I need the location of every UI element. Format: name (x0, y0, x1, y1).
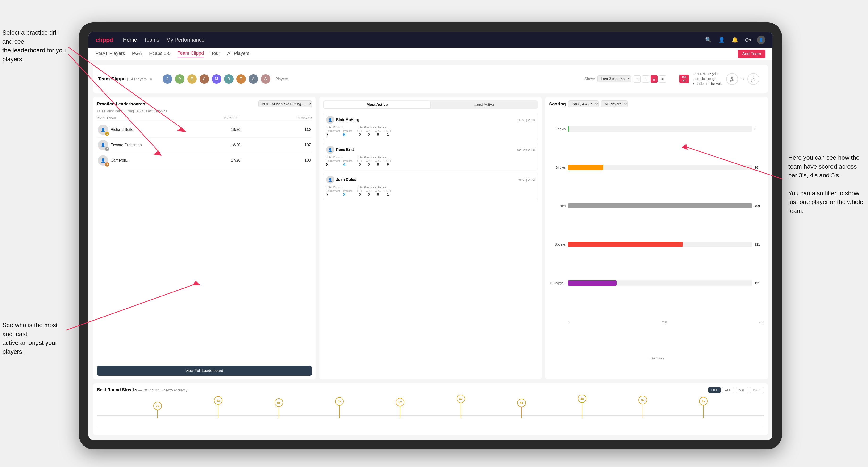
view-grid-icon[interactable]: ⊞ (633, 75, 641, 83)
pac-app-1: 0 (366, 132, 371, 136)
pac-name-1: 👤 Blair McHarg (326, 116, 360, 124)
nav-icons: 🔍 👤 🔔 ⊙▾ 👤 (704, 36, 766, 44)
pac-putt-2: 0 (384, 162, 391, 166)
nav-link-performance[interactable]: My Performance (166, 37, 204, 43)
team-player-count: | 14 Players (127, 77, 147, 81)
bell-icon[interactable]: 🔔 (731, 36, 739, 44)
filter-btn-arg[interactable]: ARG (736, 387, 748, 393)
annotation-top-right: Here you can see how theteam have scored… (788, 153, 863, 216)
streak-point-0: 7x (153, 402, 162, 418)
streak-chart: 7x6x6x5x5x4x4x4x3x3x (97, 395, 764, 428)
activity-tab-most-active[interactable]: Most Active (324, 101, 431, 108)
shot-info-box: 198 yd Shot Dist: 16 yds Start Lie: Roug… (676, 69, 763, 89)
activity-panel: Most Active Least Active 👤 Blair McHarg … (319, 97, 542, 379)
bar-track-birdies (568, 165, 752, 170)
streak-point-3: 5x (335, 397, 344, 418)
pac-tournament-val-1: 7 (326, 132, 340, 137)
bar-track-pars (568, 203, 752, 209)
sub-nav-hcaps[interactable]: Hcaps 1-5 (149, 51, 170, 57)
pac-header-1: 👤 Blair McHarg 26 Aug 2023 (326, 116, 535, 124)
activity-card-1: 👤 Blair McHarg 26 Aug 2023 Total Rounds … (323, 113, 538, 140)
sub-nav-pgat[interactable]: PGAT Players (96, 51, 125, 57)
player-avatar-1: J (162, 74, 173, 84)
filter-btn-putt[interactable]: PUTT (750, 387, 764, 393)
settings-icon[interactable]: ⊙▾ (744, 36, 752, 44)
scoring-player-filter[interactable]: All Players (601, 100, 628, 107)
pac-date-1: 26 Aug 2023 (518, 118, 535, 122)
pac-ott-1: 0 (357, 132, 363, 136)
avatar[interactable]: 👤 (757, 36, 766, 44)
sub-nav-all-players[interactable]: All Players (227, 51, 249, 57)
bar-fill-bogeys (568, 242, 683, 247)
player-avatar-3: E (187, 74, 197, 84)
view-card-icon[interactable]: ▦ (651, 75, 658, 83)
bar-value-bogeys: 311 (754, 243, 764, 246)
scoring-par-filter[interactable]: Par 3, 4 & 5s (568, 100, 599, 107)
bar-label-birdies: Birdies (549, 165, 566, 169)
annotation-top-left: Select a practice drill and seethe leade… (2, 28, 68, 64)
pac-arg-3: 0 (375, 192, 381, 196)
leaderboard-drill-select[interactable]: PUTT Must Make Putting ... (258, 100, 312, 107)
pac-date-2: 02 Sep 2023 (518, 148, 535, 152)
streak-point-4: 5x (396, 398, 404, 418)
bar-track-bogeys (568, 242, 752, 247)
streak-point-8: 3x (639, 396, 647, 418)
chart-x-title: Total Shots (549, 356, 764, 360)
add-team-button[interactable]: Add Team (738, 50, 766, 58)
scoring-panel: Scoring Par 3, 4 & 5s All Players Eagles (545, 97, 768, 379)
lb-rank-avatar-2: 👤 2 (98, 140, 108, 150)
filter-btn-app[interactable]: APP (722, 387, 734, 393)
nav-link-teams[interactable]: Teams (144, 37, 159, 43)
lb-header-score: PB SCORE (204, 116, 258, 120)
bar-label-eagles: Eagles (549, 127, 566, 131)
sub-nav-tour[interactable]: Tour (211, 51, 220, 57)
player-avatar-4: C (199, 74, 210, 84)
bar-fill-birdies (568, 165, 603, 170)
leaderboard-subtitle: PUTT Must Make Putting (3-6 ft), Last 3 … (97, 109, 312, 113)
bottom-filter-group: OTT APP ARG PUTT (708, 387, 764, 393)
pac-name-3: 👤 Josh Coles (326, 176, 356, 184)
search-icon[interactable]: 🔍 (704, 36, 713, 44)
streak-point-9: 3x (699, 397, 708, 418)
scoring-header: Scoring Par 3, 4 & 5s All Players (549, 100, 764, 107)
lb-name-1: Richard Butler (111, 128, 211, 132)
bar-row-birdies: Birdies 96 (549, 165, 764, 170)
sub-nav-team-clippd[interactable]: Team Clippd (178, 51, 204, 57)
shot-circle-1: 16 yds (726, 73, 738, 85)
view-icons: ⊞ ☰ ▦ ≡ (633, 75, 666, 83)
pac-activities-3: Total Practice Activities OTT 0 APP 0 (357, 186, 392, 197)
pac-app-2: 0 (366, 162, 371, 166)
tablet-screen: clippd Home Teams My Performance 🔍 👤 🔔 ⊙… (88, 32, 772, 440)
nav-link-home[interactable]: Home (123, 37, 137, 43)
bar-track-dbogeys (568, 280, 752, 286)
pac-total-rounds-2: Total Rounds Tournament 8 Practice 4 (326, 156, 352, 167)
view-detail-icon[interactable]: ≡ (659, 75, 666, 83)
sub-nav-pga[interactable]: PGA (132, 51, 142, 57)
pac-practice-val-2: 4 (343, 162, 352, 167)
view-list-icon[interactable]: ☰ (642, 75, 649, 83)
lb-score-1: 19/20 (211, 128, 261, 132)
pac-putt-3: 1 (384, 192, 391, 196)
bar-track-eagles (568, 126, 752, 132)
player-avatar-6: B (224, 74, 234, 84)
pac-stats-3: Total Rounds Tournament 7 Practice 2 (326, 186, 535, 197)
lb-avg-3: 103 (261, 158, 311, 162)
shot-dist-badge: 198 yd (679, 74, 689, 83)
bar-row-dbogeys: D. Bogeys + 131 (549, 280, 764, 286)
team-title-group: Team Clippd | 14 Players ✏ (98, 76, 153, 82)
user-icon[interactable]: 👤 (717, 36, 726, 44)
streak-baseline (97, 415, 764, 416)
show-select[interactable]: Last 3 months Last 6 months Last year (597, 75, 631, 82)
bar-value-birdies: 96 (754, 165, 764, 169)
activity-tab-least-active[interactable]: Least Active (431, 101, 537, 108)
nav-logo: clippd (96, 36, 114, 44)
lb-header-name: PLAYER NAME (97, 116, 204, 120)
edit-icon[interactable]: ✏ (150, 77, 153, 81)
lb-avg-1: 110 (261, 128, 311, 132)
streak-point-2: 6x (275, 398, 283, 418)
bar-fill-eagles (568, 126, 569, 132)
pac-arg-2: 0 (375, 162, 381, 166)
pac-date-3: 26 Aug 2023 (518, 178, 535, 182)
view-full-leaderboard-button[interactable]: View Full Leaderboard (97, 366, 312, 376)
filter-btn-ott[interactable]: OTT (708, 387, 720, 393)
